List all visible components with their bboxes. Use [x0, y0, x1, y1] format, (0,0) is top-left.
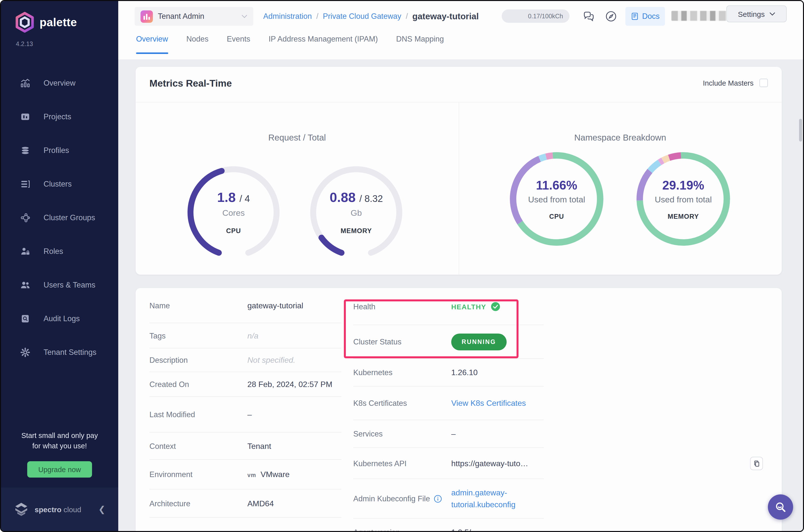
detail-row-environment: EnvironmentvmVMware: [136, 460, 353, 490]
detail-label-services: Services: [353, 430, 451, 438]
detail-value-last-modified: –: [247, 410, 252, 419]
sidebar-item-projects[interactable]: Projects: [1, 100, 118, 134]
gauge-value: 1.8 / 4: [217, 190, 250, 205]
breadcrumb-administration[interactable]: Administration: [263, 12, 312, 21]
donut-tag: MEMORY: [668, 212, 699, 220]
details-left-column: Namegateway-tutorialTagsn/aDescriptionNo…: [136, 288, 353, 518]
detail-value-tags: n/a: [247, 331, 259, 340]
feedback-chat-icon[interactable]: [582, 10, 595, 23]
sidebar-item-clusters[interactable]: Clusters: [1, 167, 118, 201]
chevron-down-icon: [242, 14, 247, 18]
sidebar-collapse-button[interactable]: ❮: [98, 504, 106, 514]
detail-row-kubernetes: Kubernetes1.26.10: [353, 359, 782, 386]
detail-value-environment: vmVMware: [247, 470, 290, 479]
detail-value-agent-version: 1.0.5/…: [451, 528, 479, 531]
tab-overview[interactable]: Overview: [136, 35, 168, 51]
detail-row-admin-kubeconfig-file: Admin Kubeconfig Fileadmin.gateway-tutor…: [353, 479, 782, 519]
cpu-namespace-donut: 11.66% Used from total CPU: [507, 149, 606, 248]
detail-label-k8s-certificates: K8s Certificates: [353, 399, 451, 408]
donut-percent: 29.19%: [662, 178, 704, 192]
tab-dns-mapping[interactable]: DNS Mapping: [396, 35, 444, 51]
gauge-unit: Cores: [223, 208, 245, 218]
copy-icon[interactable]: [750, 457, 763, 470]
sidebar-item-label: Tenant Settings: [43, 348, 96, 357]
sidebar-item-overview[interactable]: Overview: [1, 66, 118, 100]
detail-value-admin-kubeconfig-file[interactable]: admin.gateway-tutorial.kubeconfig: [451, 487, 530, 511]
detail-label-admin-kubeconfig-file: Admin Kubeconfig File: [353, 494, 451, 503]
chevron-down-icon: [769, 12, 775, 16]
details-right-column: HealthHEALTHY Cluster StatusRUNNINGKuber…: [353, 288, 782, 531]
app-viewport: palette 4.2.13 OverviewProjectsProfilesC…: [0, 0, 804, 532]
usage-counter-badge: 0.17/100kCh: [502, 10, 570, 23]
detail-row-health: HealthHEALTHY: [353, 288, 782, 325]
top-bar: Tenant Admin Administration / Private Cl…: [118, 1, 803, 59]
detail-value-name: gateway-tutorial: [247, 301, 303, 310]
detail-value-architecture: AMD64: [247, 499, 274, 508]
docs-button[interactable]: Docs: [625, 7, 665, 26]
sidebar-item-label: Cluster Groups: [43, 213, 95, 222]
detail-label-name: Name: [149, 301, 247, 310]
detail-label-agent-version: Agent version: [353, 528, 451, 531]
app-name: palette: [40, 16, 77, 29]
spectro-cloud-logo-icon: [14, 502, 29, 517]
detail-label-tags: Tags: [149, 331, 247, 340]
breadcrumb-current-page: gateway-tutorial: [413, 11, 479, 21]
sidebar-item-tenant-settings[interactable]: Tenant Settings: [1, 336, 118, 369]
tab-bar: OverviewNodesEventsIP Address Management…: [118, 31, 803, 59]
sidebar-item-label: Audit Logs: [43, 314, 80, 323]
sidebar-item-profiles[interactable]: Profiles: [1, 134, 118, 167]
detail-value-created-on: 28 Feb, 2024, 02:57 PM: [247, 380, 332, 389]
palette-logo-icon: [15, 12, 35, 33]
namespace-breakdown-title: Namespace Breakdown: [459, 133, 782, 143]
tenant-settings-icon: [20, 347, 31, 358]
health-status-value: HEALTHY: [451, 302, 500, 311]
detail-row-name: Namegateway-tutorial: [136, 288, 353, 323]
breadcrumb-private-cloud-gateway[interactable]: Private Cloud Gateway: [323, 12, 401, 21]
content-area: Metrics Real-Time Include Masters Reques…: [118, 59, 803, 531]
clusters-icon: [20, 179, 31, 190]
tab-ip-address-management-ipam-[interactable]: IP Address Management (IPAM): [269, 35, 378, 51]
gateway-details-card: Namegateway-tutorialTagsn/aDescriptionNo…: [136, 288, 782, 531]
detail-row-kubernetes-api: Kubernetes APIhttps://gateway-tuto…: [353, 448, 782, 479]
explore-compass-icon[interactable]: [605, 10, 617, 23]
spectro-cloud-wordmark: spectro cloud: [35, 505, 81, 513]
scrollbar-thumb[interactable]: [799, 119, 802, 141]
detail-row-services: Services–: [353, 420, 782, 448]
metrics-realtime-card: Metrics Real-Time Include Masters Reques…: [136, 67, 782, 275]
cluster-groups-icon: [20, 212, 31, 223]
app-version: 4.2.13: [1, 33, 118, 48]
sidebar-item-roles[interactable]: Roles: [1, 234, 118, 268]
gauge-value: 0.88 / 8.32: [329, 190, 383, 205]
projects-icon: [20, 111, 31, 122]
settings-button[interactable]: Settings: [726, 5, 787, 22]
memory-namespace-donut: 29.19% Used from total MEMORY: [634, 149, 733, 248]
detail-row-description: DescriptionNot specified.: [136, 348, 353, 372]
sidebar-item-label: Profiles: [43, 146, 69, 155]
detail-label-description: Description: [149, 356, 247, 365]
detail-row-agent-version: Agent version1.0.5/…: [353, 519, 782, 531]
sidebar-item-label: Users & Teams: [43, 281, 95, 289]
donut-tag: CPU: [549, 212, 564, 220]
search-fab-button[interactable]: [768, 494, 793, 520]
gauge-tag: CPU: [226, 227, 241, 234]
sidebar-item-users-teams[interactable]: Users & Teams: [1, 268, 118, 302]
info-icon[interactable]: [434, 495, 442, 503]
cpu-request-gauge: 1.8 / 4 Cores CPU: [184, 163, 283, 262]
sidebar-item-audit-logs[interactable]: Audit Logs: [1, 302, 118, 336]
project-scope-label: Tenant Admin: [158, 12, 204, 21]
detail-value-k8s-certificates[interactable]: View K8s Certificates: [451, 399, 526, 408]
include-masters-checkbox[interactable]: [760, 79, 768, 87]
sidebar-item-cluster-groups[interactable]: Cluster Groups: [1, 201, 118, 234]
vmware-icon: vm: [247, 472, 256, 478]
breadcrumb-separator: /: [406, 12, 408, 21]
upgrade-now-button[interactable]: Upgrade now: [27, 461, 92, 478]
breadcrumb: Administration / Private Cloud Gateway /…: [263, 7, 479, 26]
book-icon: [631, 12, 639, 20]
project-scope-selector[interactable]: Tenant Admin: [135, 7, 253, 26]
tab-events[interactable]: Events: [227, 35, 250, 51]
overview-icon: [20, 78, 31, 89]
sidebar-item-label: Projects: [43, 112, 71, 121]
promo-text: Start small and only pay for what you us…: [1, 431, 118, 451]
tab-nodes[interactable]: Nodes: [186, 35, 209, 51]
sidebar-item-label: Clusters: [43, 179, 72, 189]
